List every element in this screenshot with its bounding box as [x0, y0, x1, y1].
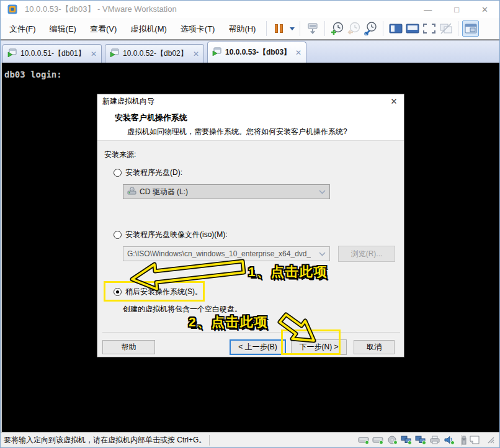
radio-circle[interactable] [114, 169, 122, 177]
menu-help[interactable]: 帮助(H) [221, 18, 262, 40]
statusbar-separator [461, 435, 462, 446]
vmware-logo-icon [4, 1, 20, 17]
unity-icon[interactable] [437, 20, 454, 37]
dialog-header: 安装客户机操作系统 虚拟机如同物理机，需要操作系统。您将如何安装客户机操作系统? [97, 108, 404, 141]
close-button[interactable]: ✕ [481, 5, 488, 14]
iso-path-dropdown[interactable]: G:\ISO\Windows\cn_windows_10_enterprise_… [123, 246, 330, 261]
radio-installer-disc[interactable]: 安装程序光盘(D): [114, 168, 182, 178]
vmware-workstation-window: 10.0.0.53-【db03】 - VMware Workstation — … [0, 0, 500, 448]
maximize-button[interactable]: □ [454, 5, 459, 14]
menu-edit[interactable]: 编辑(E) [43, 18, 83, 40]
hard-disk-icon[interactable] [372, 435, 384, 445]
statusbar-separator [209, 435, 210, 446]
tab-close-icon[interactable]: ✕ [295, 48, 301, 57]
tab-close-icon[interactable]: ✕ [193, 50, 199, 58]
dialog-subheading: 虚拟机如同物理机，需要操作系统。您将如何安装客户机操作系统? [127, 127, 347, 137]
radio-label: 安装程序光盘(D): [125, 168, 182, 178]
vm-tab-icon [212, 47, 221, 58]
install-source-label: 安装来源: [104, 150, 136, 160]
sound-icon[interactable] [443, 435, 455, 445]
help-button[interactable]: 帮助 [102, 340, 155, 354]
tab-label: 10.0.0.53-【db03】 [225, 47, 291, 58]
console-left-edge [1, 63, 2, 432]
tab-label: 10.0.0.51-【db01】 [20, 48, 86, 59]
toolbar-separator [458, 21, 458, 36]
take-snapshot-icon[interactable] [329, 20, 346, 37]
dialog-close-icon[interactable]: ✕ [384, 97, 404, 106]
tab-db03-active[interactable]: 10.0.0.53-【db03】 ✕ [207, 42, 306, 63]
fullscreen-icon[interactable] [421, 20, 437, 37]
cd-drive-icon [127, 187, 136, 197]
tab-label: 10.0.0.52-【db02】 [123, 48, 188, 59]
vm-tab-icon [110, 48, 119, 59]
resize-grip-icon[interactable] [484, 435, 497, 445]
dialog-title: 新建虚拟机向导 [102, 96, 154, 107]
dialog-titlebar[interactable]: 新建虚拟机向导 ✕ [97, 94, 404, 108]
annotation-step1: 1、点击此项 [248, 263, 328, 280]
menu-vm[interactable]: 虚拟机(M) [123, 18, 174, 40]
status-bar: 要将输入定向到该虚拟机，请在虚拟机内部单击或按 Ctrl+G。 [1, 432, 499, 447]
chevron-down-icon [319, 249, 326, 258]
toolbar-separator [300, 21, 300, 36]
chevron-down-icon [319, 187, 326, 196]
show-thumbnail-bar-icon[interactable] [404, 20, 421, 37]
annotation-step2: 2、点击此项 [189, 313, 269, 331]
dialog-heading: 安装客户机操作系统 [115, 112, 187, 123]
network-adapter-icon[interactable] [414, 435, 427, 445]
menu-tabs[interactable]: 选项卡(T) [174, 18, 222, 40]
menu-toolbar: 文件(F) 编辑(E) 查看(V) 虚拟机(M) 选项卡(T) 帮助(H) [1, 18, 499, 40]
highlight-box-next-button [281, 329, 341, 355]
console-login-prompt: db03 login: [4, 69, 62, 79]
pause-icon[interactable] [270, 20, 287, 37]
window-title: 10.0.0.53-【db03】 - VMware Workstation [25, 4, 177, 15]
message-icon[interactable] [468, 435, 481, 445]
menu-view[interactable]: 查看(V) [83, 18, 123, 40]
toolbar-separator [383, 21, 383, 36]
iso-path-value: G:\ISO\Windows\cn_windows_10_enterprise_… [127, 249, 311, 258]
send-ctrl-alt-del-icon[interactable] [304, 20, 321, 37]
show-library-icon[interactable] [387, 20, 404, 37]
status-message: 要将输入定向到该虚拟机，请在虚拟机内部单击或按 Ctrl+G。 [4, 435, 206, 446]
snapshot-manager-icon[interactable] [362, 20, 379, 37]
tab-db02[interactable]: 10.0.0.52-【db02】 ✕ [105, 44, 204, 63]
vm-tab-icon [7, 48, 17, 59]
cancel-button[interactable]: 取消 [354, 340, 395, 354]
minimize-button[interactable]: — [424, 5, 432, 14]
pause-dropdown-icon[interactable] [287, 20, 296, 37]
menu-file[interactable]: 文件(F) [2, 18, 43, 40]
console-view-icon[interactable] [462, 20, 479, 37]
toolbar-separator [324, 21, 325, 36]
radio-label: 安装程序光盘映像文件(iso)(M): [125, 230, 228, 240]
dialog-button-separator [102, 332, 400, 333]
window-titlebar: 10.0.0.53-【db03】 - VMware Workstation — … [1, 1, 499, 18]
radio-circle[interactable] [114, 231, 122, 239]
cd-dvd-icon[interactable] [386, 435, 398, 445]
tab-db01[interactable]: 10.0.0.51-【db01】 ✕ [2, 44, 102, 63]
hard-disk-icon[interactable] [357, 435, 370, 445]
printer-icon[interactable] [429, 435, 441, 445]
toolbar-separator [266, 21, 267, 36]
cd-drive-dropdown[interactable]: CD 驱动器 (L:) [123, 184, 330, 199]
browse-button[interactable]: 浏览(R)... [338, 246, 395, 262]
highlight-box-install-later [104, 281, 205, 302]
cd-drive-value: CD 驱动器 (L:) [140, 187, 188, 197]
radio-iso-image[interactable]: 安装程序光盘映像文件(iso)(M): [114, 230, 228, 240]
tab-bar: 10.0.0.51-【db01】 ✕ 10.0.0.52-【db02】 ✕ 10… [1, 40, 499, 63]
tab-close-icon[interactable]: ✕ [91, 50, 97, 58]
revert-snapshot-icon[interactable] [346, 20, 362, 37]
back-button[interactable]: < 上一步(B) [230, 339, 286, 355]
network-adapter-icon[interactable] [400, 435, 413, 445]
